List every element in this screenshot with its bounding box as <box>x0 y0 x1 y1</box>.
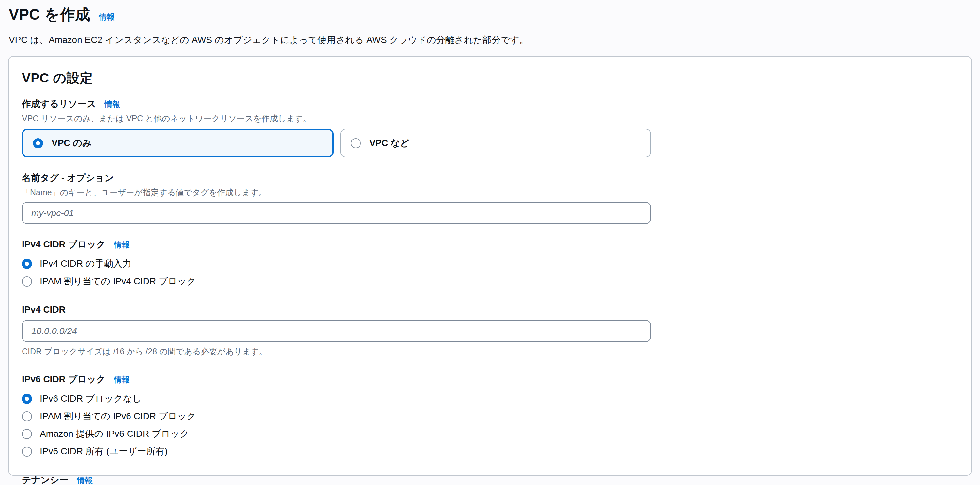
card-title: VPC の設定 <box>22 69 958 87</box>
page-header: VPC を作成 情報 <box>8 5 973 25</box>
ipv4-block-label: IPv4 CIDR ブロック <box>22 238 105 250</box>
tile-vpc-only-label: VPC のみ <box>51 137 92 149</box>
ipv4-cidr-input[interactable] <box>22 320 651 342</box>
ipv6-ipam-radio-label: IPAM 割り当ての IPv6 CIDR ブロック <box>40 410 196 422</box>
ipv6-owned-radio-label: IPv6 CIDR 所有 (ユーザー所有) <box>40 445 168 458</box>
name-tag-input[interactable] <box>22 202 651 224</box>
page-title: VPC を作成 <box>9 5 91 25</box>
radio-unselected-icon <box>22 447 32 456</box>
ipv6-none-radio[interactable]: IPv6 CIDR ブロックなし <box>22 392 142 405</box>
radio-unselected-icon <box>22 276 32 287</box>
ipv4-cidr-label: IPv4 CIDR <box>22 304 65 315</box>
ipv4-manual-radio-label: IPv4 CIDR の手動入力 <box>40 257 132 270</box>
ipv4-cidr-constraint: CIDR ブロックサイズは /16 から /28 の間である必要があります。 <box>22 346 958 357</box>
radio-unselected-icon <box>351 138 361 148</box>
ipv4-ipam-radio-label: IPAM 割り当ての IPv4 CIDR ブロック <box>40 275 196 287</box>
ipv4-manual-radio[interactable]: IPv4 CIDR の手動入力 <box>22 257 132 270</box>
radio-selected-icon <box>22 394 32 404</box>
ipv6-amazon-radio[interactable]: Amazon 提供の IPv6 CIDR ブロック <box>22 428 189 440</box>
resources-section: 作成するリソース 情報 VPC リソースのみ、または VPC と他のネットワーク… <box>22 98 958 157</box>
ipv6-block-info-link[interactable]: 情報 <box>114 374 129 385</box>
resources-info-link[interactable]: 情報 <box>104 99 120 109</box>
ipv6-ipam-radio[interactable]: IPAM 割り当ての IPv6 CIDR ブロック <box>22 410 196 422</box>
ipv4-cidr-section: IPv4 CIDR CIDR ブロックサイズは /16 から /28 の間である… <box>22 304 958 357</box>
tile-vpc-only[interactable]: VPC のみ <box>22 129 334 157</box>
name-tag-label: 名前タグ - オプション <box>22 172 113 184</box>
ipv4-block-info-link[interactable]: 情報 <box>114 239 129 250</box>
ipv4-ipam-radio[interactable]: IPAM 割り当ての IPv4 CIDR ブロック <box>22 275 196 287</box>
tenancy-info-link[interactable]: 情報 <box>77 475 93 485</box>
create-vpc-page: VPC を作成 情報 VPC は、Amazon EC2 インスタンスなどの AW… <box>0 0 980 475</box>
tenancy-section: テナンシー 情報 デフォルト <box>22 474 958 485</box>
tenancy-label: テナンシー <box>22 474 68 485</box>
ipv6-owned-radio[interactable]: IPv6 CIDR 所有 (ユーザー所有) <box>22 445 168 458</box>
resources-description: VPC リソースのみ、または VPC と他のネットワークリソースを作成します。 <box>22 113 958 124</box>
tile-vpc-and-more-label: VPC など <box>369 137 409 149</box>
radio-selected-icon <box>22 259 32 269</box>
ipv6-amazon-radio-label: Amazon 提供の IPv6 CIDR ブロック <box>40 428 189 440</box>
vpc-settings-card: VPC の設定 作成するリソース 情報 VPC リソースのみ、または VPC と… <box>8 56 972 475</box>
resource-tiles: VPC のみ VPC など <box>22 129 651 157</box>
radio-unselected-icon <box>22 411 32 422</box>
ipv4-block-section: IPv4 CIDR ブロック 情報 IPv4 CIDR の手動入力 IPAM 割… <box>22 238 958 287</box>
radio-unselected-icon <box>22 429 32 439</box>
radio-selected-icon <box>33 138 43 148</box>
page-description: VPC は、Amazon EC2 インスタンスなどの AWS のオブジェクトによ… <box>8 34 973 46</box>
name-tag-description: 「Name」のキーと、ユーザーが指定する値でタグを作成します。 <box>22 187 958 198</box>
name-tag-section: 名前タグ - オプション 「Name」のキーと、ユーザーが指定する値でタグを作成… <box>22 172 958 224</box>
page-info-link[interactable]: 情報 <box>99 12 115 22</box>
tile-vpc-and-more[interactable]: VPC など <box>340 129 651 157</box>
ipv6-block-section: IPv6 CIDR ブロック 情報 IPv6 CIDR ブロックなし IPAM … <box>22 373 958 458</box>
ipv6-block-label: IPv6 CIDR ブロック <box>22 373 105 385</box>
ipv6-none-radio-label: IPv6 CIDR ブロックなし <box>40 392 142 405</box>
resources-label: 作成するリソース <box>22 98 96 110</box>
